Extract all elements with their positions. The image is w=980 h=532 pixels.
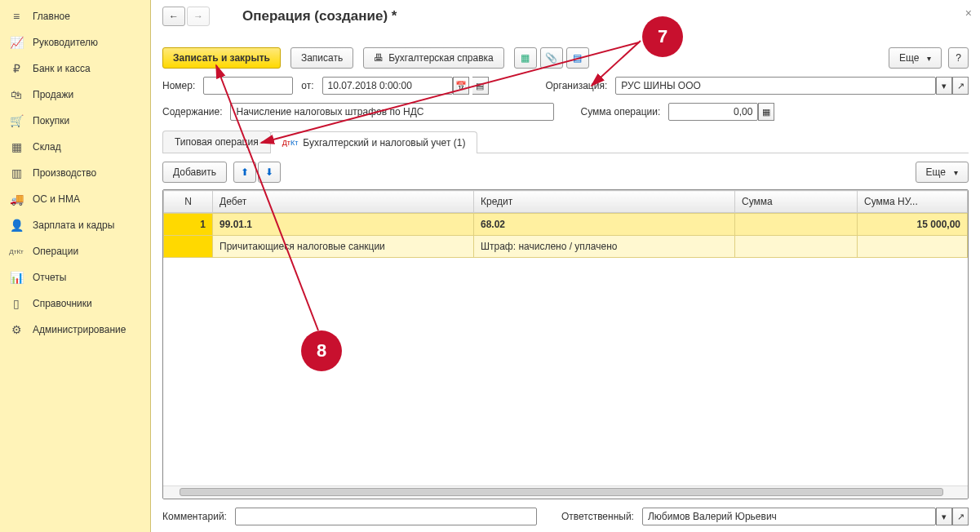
cell-sum2[interactable] <box>735 236 858 258</box>
org-label: Организация: <box>546 80 608 91</box>
table-row[interactable]: Причитающиеся налоговые санкции Штраф: н… <box>164 236 968 258</box>
bag-icon: 🛍 <box>10 88 23 101</box>
add-row-button[interactable]: Добавить <box>162 162 227 183</box>
save-button[interactable]: Записать <box>290 47 353 69</box>
callout-7: 7 <box>642 16 683 57</box>
col-sum-nu[interactable]: Сумма НУ... <box>858 191 968 213</box>
more-button[interactable]: Еще <box>889 47 942 69</box>
cell-sum-nu2[interactable] <box>858 236 968 258</box>
truck-icon: 🚚 <box>10 193 23 206</box>
sidebar-item-bank[interactable]: ₽Банк и касса <box>0 55 150 82</box>
move-up-button[interactable]: ⬆ <box>233 162 256 183</box>
doc-icon: ▤ <box>573 52 582 64</box>
close-button[interactable]: × <box>965 7 972 20</box>
sidebar-item-assets[interactable]: 🚚ОС и НМА <box>0 186 150 212</box>
date-extra-button[interactable]: ▤ <box>472 77 489 95</box>
paperclip-icon: 📎 <box>545 52 557 64</box>
from-label: от: <box>301 80 313 91</box>
col-n[interactable]: N <box>164 191 213 213</box>
ruble-icon: ₽ <box>10 62 23 75</box>
sidebar-item-operations[interactable]: ДтКтОперации <box>0 238 150 264</box>
save-close-button[interactable]: Записать и закрыть <box>162 47 281 69</box>
callout-8: 8 <box>301 330 342 371</box>
sidebar-item-admin[interactable]: ⚙Администрирование <box>0 317 150 343</box>
cell-n2[interactable] <box>164 236 213 258</box>
sidebar-item-sales[interactable]: 🛍Продажи <box>0 82 150 108</box>
col-debit[interactable]: Дебет <box>213 191 474 213</box>
org-open-button[interactable]: ↗ <box>952 77 969 95</box>
cell-sum[interactable] <box>735 214 858 236</box>
cell-n[interactable]: 1 <box>164 214 213 236</box>
date-input[interactable]: 10.07.2018 0:00:00 <box>322 77 453 95</box>
table-more-button[interactable]: Еще <box>916 162 969 183</box>
arrow-up-icon: ⬆ <box>241 166 249 178</box>
horizontal-scrollbar[interactable] <box>163 485 968 499</box>
responsible-input[interactable]: Любимов Валерий Юрьевич <box>642 508 936 525</box>
register-icon: ▦ <box>521 52 530 64</box>
sidebar-item-label: ОС и НМА <box>33 193 80 205</box>
sidebar-item-label: Главное <box>33 11 70 22</box>
cell-debit-acc[interactable]: 99.01.1 <box>213 214 474 236</box>
cart-icon: 🛒 <box>10 114 23 127</box>
sidebar-item-label: Банк и касса <box>33 63 91 74</box>
main-panel: × ← → Операция (создание) * Записать и з… <box>151 0 980 532</box>
scroll-thumb[interactable] <box>180 488 943 496</box>
comment-label: Комментарий: <box>162 511 227 522</box>
entries-table: N Дебет Кредит Сумма Сумма НУ... 1 99.01… <box>162 189 969 499</box>
register-button[interactable]: ▦ <box>514 47 537 69</box>
chart-icon: 📈 <box>10 36 23 49</box>
book-icon: ▯ <box>10 297 23 310</box>
help-button[interactable]: ? <box>948 47 969 69</box>
cell-credit-acc[interactable]: 68.02 <box>474 214 735 236</box>
comment-input[interactable] <box>235 508 537 525</box>
sidebar-item-hr[interactable]: 👤Зарплата и кадры <box>0 212 150 238</box>
dtkt-icon: ДтКт <box>282 139 299 147</box>
number-input[interactable] <box>203 77 293 95</box>
content-input[interactable]: Начисление налоговых штрафов по НДС <box>230 103 554 121</box>
number-label: Номер: <box>162 80 195 91</box>
sidebar-item-warehouse[interactable]: ▦Склад <box>0 134 150 160</box>
table-row[interactable]: 1 99.01.1 68.02 15 000,00 <box>164 214 968 236</box>
attach-button[interactable]: 📎 <box>540 47 563 69</box>
responsible-open-button[interactable]: ↗ <box>952 508 969 525</box>
sidebar-item-production[interactable]: ▥Производство <box>0 160 150 186</box>
sidebar-item-purchases[interactable]: 🛒Покупки <box>0 108 150 134</box>
move-down-button[interactable]: ⬇ <box>258 162 281 183</box>
person-icon: 👤 <box>10 219 23 232</box>
bars-icon: 📊 <box>10 271 23 284</box>
content-label: Содержание: <box>162 106 222 117</box>
dtkt-icon: ДтКт <box>10 245 23 258</box>
sidebar-item-label: Склад <box>33 141 61 153</box>
sidebar-item-manager[interactable]: 📈Руководителю <box>0 29 150 55</box>
sidebar-item-reports[interactable]: 📊Отчеты <box>0 264 150 290</box>
sidebar-item-label: Операции <box>33 246 78 257</box>
org-input[interactable]: РУС ШИНЫ ООО <box>615 77 936 95</box>
nav-forward-button[interactable]: → <box>187 7 210 26</box>
menu-icon: ≡ <box>10 10 23 23</box>
blocks-icon: ▥ <box>10 166 23 180</box>
responsible-label: Ответственный: <box>561 511 634 522</box>
sidebar-item-refs[interactable]: ▯Справочники <box>0 290 150 317</box>
sidebar-item-main[interactable]: ≡Главное <box>0 3 150 29</box>
tab-typical-operation[interactable]: Типовая операция <box>162 131 271 153</box>
responsible-dropdown-button[interactable]: ▾ <box>936 508 952 525</box>
report-button[interactable]: ▤ <box>566 47 589 69</box>
page-title: Операция (создание) * <box>242 8 397 24</box>
sidebar-item-label: Продажи <box>33 89 73 100</box>
print-button[interactable]: 🖶Бухгалтерская справка <box>363 47 504 69</box>
calc-button[interactable]: ▦ <box>758 103 774 121</box>
nav-back-button[interactable]: ← <box>162 7 185 26</box>
org-dropdown-button[interactable]: ▾ <box>936 77 952 95</box>
tab-accounting[interactable]: ДтКтБухгалтерский и налоговый учет (1) <box>270 131 478 153</box>
sidebar-item-label: Руководителю <box>33 37 98 48</box>
cell-debit-desc[interactable]: Причитающиеся налоговые санкции <box>213 236 474 258</box>
cell-credit-desc[interactable]: Штраф: начислено / уплачено <box>474 236 735 258</box>
sum-input[interactable]: 0,00 <box>668 103 758 121</box>
col-sum[interactable]: Сумма <box>735 191 858 213</box>
cell-sum-nu[interactable]: 15 000,00 <box>858 214 968 236</box>
date-picker-button[interactable]: 📅 <box>453 77 469 95</box>
sidebar-item-label: Зарплата и кадры <box>33 219 114 231</box>
sidebar-item-label: Справочники <box>33 298 92 309</box>
sidebar-item-label: Покупки <box>33 115 69 126</box>
col-credit[interactable]: Кредит <box>474 191 735 213</box>
